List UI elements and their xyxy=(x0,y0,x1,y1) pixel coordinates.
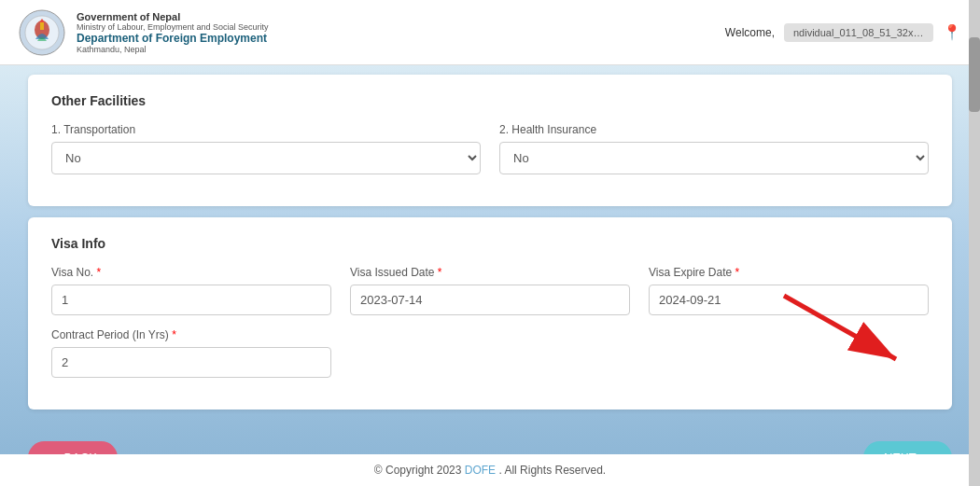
visa-no-input[interactable] xyxy=(51,285,331,315)
transportation-select[interactable]: No Yes xyxy=(51,142,481,174)
visa-no-group: Visa No. * xyxy=(51,266,331,315)
visa-expire-input[interactable] xyxy=(649,285,929,315)
gov-title: Government of Nepal xyxy=(77,11,269,22)
svg-rect-3 xyxy=(40,22,44,30)
visa-info-card: Visa Info Visa No. * Visa Issued Date * … xyxy=(28,217,952,410)
department-name: Department of Foreign Employment xyxy=(77,32,269,45)
visa-issued-label: Visa Issued Date * xyxy=(350,266,630,279)
health-insurance-label: 2. Health Insurance xyxy=(499,123,929,136)
footer-rights: . All Rights Reserved. xyxy=(498,464,606,477)
user-badge: ndividual_011_08_51_32xqwq5i in- xyxy=(784,23,933,42)
footer-link[interactable]: DOFE xyxy=(465,464,496,477)
contract-period-group: Contract Period (In Yrs) * xyxy=(51,328,331,378)
location-text: Kathmandu, Nepal xyxy=(77,45,269,54)
contract-period-label: Contract Period (In Yrs) * xyxy=(51,328,331,341)
other-facilities-title: Other Facilities xyxy=(51,93,929,108)
transportation-group: 1. Transportation No Yes xyxy=(51,123,481,174)
other-facilities-card: Other Facilities 1. Transportation No Ye… xyxy=(28,75,952,206)
location-icon: 📍 xyxy=(943,23,961,41)
visa-issued-input[interactable] xyxy=(350,285,630,315)
welcome-label: Welcome, xyxy=(725,26,775,39)
footer-copyright: © Copyright 2023 xyxy=(374,464,462,477)
contract-period-input[interactable] xyxy=(51,347,331,378)
transportation-label: 1. Transportation xyxy=(51,123,481,136)
header-right: Welcome, ndividual_011_08_51_32xqwq5i in… xyxy=(725,23,961,42)
page-footer: © Copyright 2023 DOFE . All Rights Reser… xyxy=(0,454,980,486)
visa-expire-label: Visa Expire Date * xyxy=(649,266,929,279)
visa-row-1: Visa No. * Visa Issued Date * Visa Expir… xyxy=(51,266,929,315)
app-header: Government of Nepal Ministry of Labour, … xyxy=(0,0,980,65)
ministry-name: Ministry of Labour, Employment and Socia… xyxy=(77,22,269,32)
visa-no-required: * xyxy=(96,266,101,279)
visa-row-2: Contract Period (In Yrs) * xyxy=(51,328,929,378)
visa-expire-group: Visa Expire Date * xyxy=(649,266,929,315)
scrollbar[interactable] xyxy=(969,0,980,486)
visa-no-label: Visa No. * xyxy=(51,266,331,279)
gov-logo xyxy=(19,9,65,56)
health-insurance-group: 2. Health Insurance No Yes xyxy=(499,123,929,174)
scrollbar-thumb[interactable] xyxy=(969,37,980,112)
health-insurance-select[interactable]: No Yes xyxy=(499,142,929,174)
visa-issued-group: Visa Issued Date * xyxy=(350,266,630,315)
header-text-block: Government of Nepal Ministry of Labour, … xyxy=(77,11,269,54)
facilities-row: 1. Transportation No Yes 2. Health Insur… xyxy=(51,123,929,174)
visa-info-title: Visa Info xyxy=(51,236,929,251)
main-content: Other Facilities 1. Transportation No Ye… xyxy=(0,65,980,430)
